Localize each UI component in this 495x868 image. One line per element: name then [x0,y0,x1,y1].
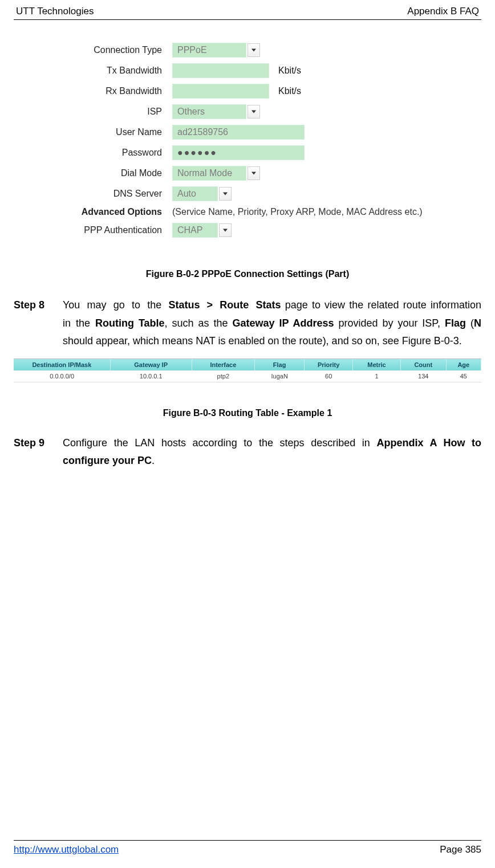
header-right: Appendix B FAQ [407,6,479,17]
password-input[interactable]: ●●●●●● [172,145,305,160]
label-rx-bandwidth: Rx Bandwidth [56,86,172,96]
isp-value: Others [172,104,246,119]
step-8-bold-4: Flag [445,317,466,329]
isp-select[interactable]: Others [172,104,260,119]
label-password: Password [56,148,172,158]
label-connection-type: Connection Type [56,45,172,55]
step-9: Step 9 Configure the LAN hosts according… [14,434,481,470]
figure-caption-b03: Figure B-0-3 Routing Table - Example 1 [14,408,481,418]
col-dest-ip: Destination IP/Mask [14,359,110,370]
col-interface: Interface [192,359,255,370]
cell-count: 134 [400,370,446,382]
connection-type-select[interactable]: PPPoE [172,43,260,58]
footer-page-number: Page 385 [440,844,481,855]
cell-flag: IugaN [255,370,305,382]
step-8: Step 8 You may go to the Status > Route … [14,296,481,351]
chevron-down-icon [248,105,260,119]
tx-bandwidth-unit: Kbit/s [278,66,301,76]
footer-url-link[interactable]: http://www.uttglobal.com [14,844,119,855]
col-age: Age [446,359,481,370]
step-9-text: . [152,455,155,466]
step-8-label: Step 8 [14,296,63,351]
step-9-text: Configure the LAN hosts according to the… [63,437,376,449]
dns-server-value: Auto [172,186,218,201]
label-username: User Name [56,127,172,137]
step-8-text: ( [466,317,474,329]
tx-bandwidth-input[interactable] [172,63,269,78]
label-dial-mode: Dial Mode [56,168,172,178]
col-flag: Flag [255,359,305,370]
dial-mode-select[interactable]: Normal Mode [172,166,260,181]
cell-metric: 1 [353,370,401,382]
col-count: Count [400,359,446,370]
ppp-auth-value: CHAP [172,223,218,238]
label-tx-bandwidth: Tx Bandwidth [56,66,172,76]
figure-caption-b02: Figure B-0-2 PPPoE Connection Settings (… [14,269,481,279]
ppp-auth-select[interactable]: CHAP [172,223,232,238]
footer-rule [14,840,481,841]
routing-table-header: Destination IP/Mask Gateway IP Interface… [14,359,481,370]
label-dns-server: DNS Server [56,189,172,199]
dns-server-select[interactable]: Auto [172,186,232,201]
chevron-down-icon [219,187,232,201]
header-rule [14,19,481,20]
advanced-options-text: (Service Name, Priority, Proxy ARP, Mode… [172,207,423,217]
routing-table-row: 0.0.0.0/0 10.0.0.1 ptp2 IugaN 60 1 134 4… [14,370,481,382]
step-8-bold-3: Gateway IP Address [232,317,334,329]
rx-bandwidth-unit: Kbit/s [278,86,301,96]
step-8-bold-5: N [474,317,481,329]
cell-interface: ptp2 [192,370,255,382]
step-9-label: Step 9 [14,434,63,470]
col-priority: Priority [305,359,353,370]
step-8-text: You may go to the [63,299,168,311]
label-ppp-auth: PPP Authentication [56,225,172,235]
step-8-bold-2: Routing Table [95,317,165,329]
dial-mode-value: Normal Mode [172,166,246,181]
step-8-text: should appear, which means NAT is enable… [63,335,462,347]
col-gateway-ip: Gateway IP [110,359,192,370]
label-advanced-options: Advanced Options [56,207,172,217]
col-metric: Metric [353,359,401,370]
label-isp: ISP [56,107,172,117]
rx-bandwidth-input[interactable] [172,84,269,99]
chevron-down-icon [248,43,260,57]
cell-priority: 60 [305,370,353,382]
step-8-text: , such as the [165,317,233,329]
cell-dest-ip: 0.0.0.0/0 [14,370,110,382]
cell-gateway-ip: 10.0.0.1 [110,370,192,382]
step-8-bold-1: Status > Route Stats [168,299,281,311]
cell-age: 45 [446,370,481,382]
routing-table-figure: Destination IP/Mask Gateway IP Interface… [14,358,481,382]
header-left: UTT Technologies [16,6,94,17]
pppoe-settings-form: Connection Type PPPoE Tx Bandwidth Kbit/… [56,43,481,238]
chevron-down-icon [219,223,232,237]
chevron-down-icon [248,166,260,180]
connection-type-value: PPPoE [172,43,246,58]
step-8-text: provided by your ISP, [334,317,445,329]
username-input[interactable]: ad21589756 [172,125,305,140]
